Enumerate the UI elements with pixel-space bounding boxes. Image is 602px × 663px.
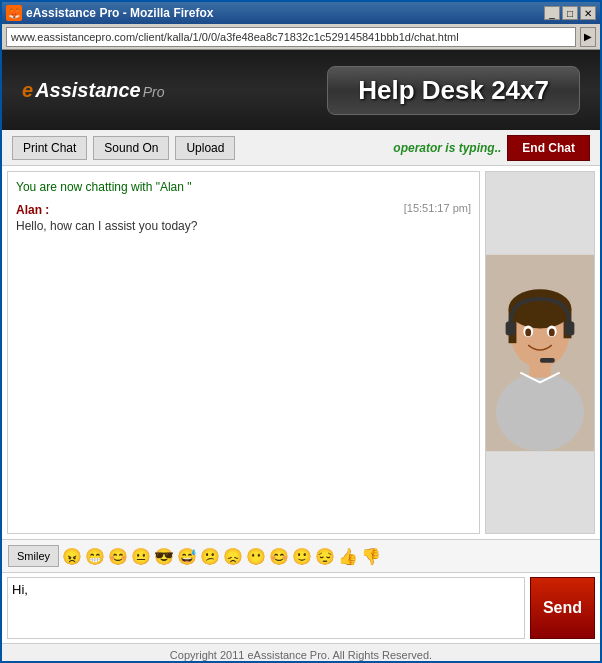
go-button[interactable]: ▶	[580, 27, 596, 47]
emoji-expressionless[interactable]: 😶	[246, 547, 266, 566]
smiley-bar: Smiley 😠 😁 😊 😐 😎 😅 😕 😞 😶 😊 🙂 😔 👍 👎	[2, 539, 600, 573]
svg-point-10	[549, 328, 555, 336]
emoji-cool[interactable]: 😎	[154, 547, 174, 566]
emoji-smile[interactable]: 😊	[108, 547, 128, 566]
svg-point-4	[509, 289, 572, 328]
svg-rect-12	[565, 321, 575, 335]
maximize-button[interactable]: □	[562, 6, 578, 20]
helpdesk-title: Help Desk 24x7	[358, 75, 549, 105]
emoji-thumbsdown[interactable]: 👎	[361, 547, 381, 566]
main-content: e Assistance Pro Help Desk 24x7 Print Ch…	[2, 50, 600, 663]
sound-on-button[interactable]: Sound On	[93, 136, 169, 160]
close-button[interactable]: ✕	[580, 6, 596, 20]
message-sender: Alan :	[16, 203, 49, 217]
page-header: e Assistance Pro Help Desk 24x7	[2, 50, 600, 130]
emoji-sad[interactable]: 😞	[223, 547, 243, 566]
title-bar-left: 🦊 eAssistance Pro - Mozilla Firefox	[6, 5, 213, 21]
helpdesk-banner: Help Desk 24x7	[327, 66, 580, 115]
window-title: eAssistance Pro - Mozilla Firefox	[26, 6, 213, 20]
svg-point-1	[496, 372, 584, 451]
upload-button[interactable]: Upload	[175, 136, 235, 160]
address-bar: ▶	[2, 24, 600, 50]
end-chat-button[interactable]: End Chat	[507, 135, 590, 161]
emoji-angry[interactable]: 😠	[62, 547, 82, 566]
message-input[interactable]: Hi,	[7, 577, 525, 639]
emoji-neutral[interactable]: 😐	[131, 547, 151, 566]
message-time: [15:51:17 pm]	[404, 202, 471, 214]
emoji-grin[interactable]: 😁	[85, 547, 105, 566]
emoji-thumbsup[interactable]: 👍	[338, 547, 358, 566]
chat-messages[interactable]: You are now chatting with "Alan " [15:51…	[7, 171, 480, 534]
footer-text: Copyright 2011 eAssistance Pro. All Righ…	[170, 649, 432, 661]
chat-welcome-message: You are now chatting with "Alan "	[16, 180, 471, 194]
agent-photo	[485, 171, 595, 534]
svg-point-9	[525, 328, 531, 336]
logo-e: e	[22, 79, 33, 102]
title-bar: 🦊 eAssistance Pro - Mozilla Firefox _ □ …	[2, 2, 600, 24]
logo-assistance: Assistance	[35, 79, 141, 102]
smiley-button[interactable]: Smiley	[8, 545, 59, 567]
input-area: Hi, Send	[2, 573, 600, 643]
toolbar: Print Chat Sound On Upload operator is t…	[2, 130, 600, 166]
svg-rect-11	[506, 321, 516, 335]
operator-status: operator is typing..	[393, 141, 501, 155]
minimize-button[interactable]: _	[544, 6, 560, 20]
url-input[interactable]	[6, 27, 576, 47]
browser-icon: 🦊	[6, 5, 22, 21]
page-footer: Copyright 2011 eAssistance Pro. All Righ…	[2, 643, 600, 663]
print-chat-button[interactable]: Print Chat	[12, 136, 87, 160]
chat-container: You are now chatting with "Alan " [15:51…	[2, 166, 600, 539]
emoji-happy[interactable]: 😊	[269, 547, 289, 566]
emoji-sweat[interactable]: 😅	[177, 547, 197, 566]
logo: e Assistance Pro	[22, 79, 165, 102]
window-controls: _ □ ✕	[544, 6, 596, 20]
message-text: Hello, how can I assist you today?	[16, 219, 471, 233]
emoji-confused[interactable]: 😕	[200, 547, 220, 566]
table-row: [15:51:17 pm] Alan : Hello, how can I as…	[16, 202, 471, 233]
message-header: [15:51:17 pm] Alan :	[16, 202, 471, 217]
send-button[interactable]: Send	[530, 577, 595, 639]
emoji-smiley[interactable]: 🙂	[292, 547, 312, 566]
svg-rect-13	[540, 357, 555, 362]
emoji-pensive[interactable]: 😔	[315, 547, 335, 566]
logo-pro: Pro	[143, 84, 165, 100]
